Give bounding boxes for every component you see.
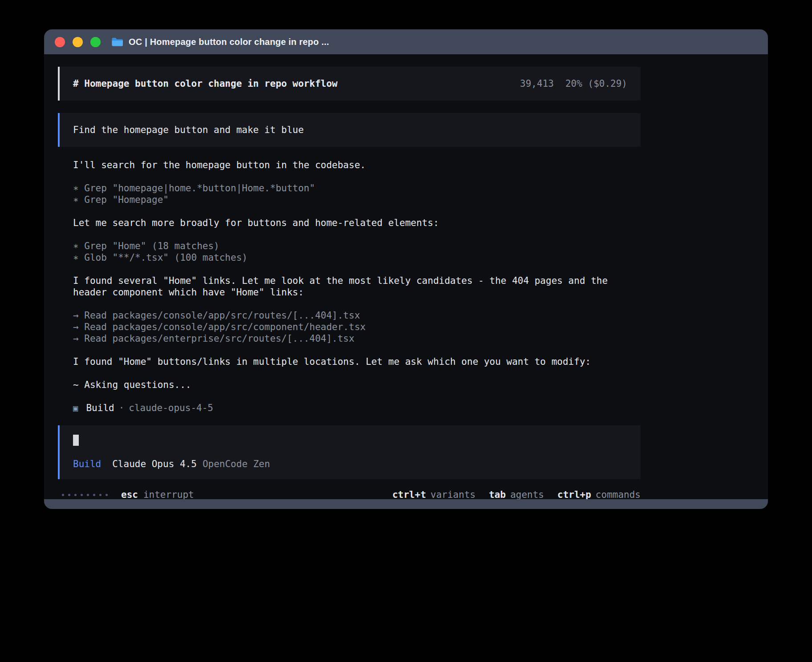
file-read-line: → Read packages/console/app/src/componen… [73, 321, 641, 333]
provider-label: OpenCode Zen [203, 458, 270, 470]
transcript: I'll search for the homepage button in t… [58, 159, 641, 414]
tool-call-line: ∗ Grep "Home" (18 matches) [73, 240, 641, 252]
token-count: 39,413 [520, 78, 554, 89]
esc-key: esc [121, 489, 138, 499]
session-title: # Homepage button color change in repo w… [73, 78, 337, 89]
assistant-paragraph: I'll search for the homepage button in t… [73, 159, 641, 171]
model-label: Claude Opus 4.5 [112, 458, 197, 470]
assistant-paragraph: I found "Home" buttons/links in multiple… [73, 356, 641, 367]
session-stats: 39,413 20% ($0.29) [520, 78, 627, 89]
commands-hint: ctrl+p commands [557, 489, 641, 499]
text-cursor [73, 435, 79, 446]
mode-label: Build [73, 458, 101, 470]
session-header: # Homepage button color change in repo w… [58, 67, 641, 101]
prompt-input[interactable]: Build Claude Opus 4.5 OpenCode Zen [58, 425, 641, 479]
user-message-text: Find the homepage button and make it blu… [73, 125, 304, 135]
minimize-button[interactable] [73, 37, 83, 47]
context-usage: 20% ($0.29) [565, 78, 627, 89]
traffic-lights [55, 37, 101, 47]
agent-separator: · [119, 402, 125, 414]
terminal-content: # Homepage button color change in repo w… [44, 54, 768, 499]
progress-spinner-icon [62, 494, 108, 496]
input-meta: Build Claude Opus 4.5 OpenCode Zen [73, 458, 627, 470]
user-message: Find the homepage button and make it blu… [58, 113, 641, 147]
assistant-paragraph: Let me search more broadly for buttons a… [73, 217, 641, 229]
interrupt-hint: esc interrupt [121, 489, 194, 499]
tool-call-line: ∗ Grep "homepage|home.*button|Home.*butt… [73, 182, 641, 194]
agent-status-line: ▣ Build · claude-opus-4-5 [73, 402, 641, 414]
close-button[interactable] [55, 37, 65, 47]
file-read-line: → Read packages/console/app/src/routes/[… [73, 310, 641, 321]
status-line: ~ Asking questions... [73, 379, 641, 391]
assistant-paragraph: I found several "Home" links. Let me loo… [73, 275, 641, 298]
build-agent-icon: ▣ [73, 402, 78, 414]
tool-call-line: ∗ Grep "Homepage" [73, 194, 641, 206]
esc-label: interrupt [143, 489, 194, 499]
variants-hint: ctrl+t variants [392, 489, 475, 499]
window-title: OC | Homepage button color change in rep… [129, 37, 329, 47]
titlebar: OC | Homepage button color change in rep… [44, 29, 768, 54]
window-footer [44, 499, 768, 509]
agent-name: Build [86, 402, 114, 414]
zoom-button[interactable] [90, 37, 101, 47]
file-read-line: → Read packages/enterprise/src/routes/[.… [73, 333, 641, 344]
tool-call-line: ∗ Glob "**/*.tsx" (100 matches) [73, 252, 641, 263]
agent-model: claude-opus-4-5 [129, 402, 213, 414]
folder-icon [111, 37, 123, 47]
agents-hint: tab agents [489, 489, 544, 499]
shortcut-hints: ctrl+t variants tab agents ctrl+p comman… [392, 489, 641, 499]
terminal-window: OC | Homepage button color change in rep… [44, 29, 768, 509]
statusbar: esc interrupt ctrl+t variants tab agents… [58, 489, 641, 499]
